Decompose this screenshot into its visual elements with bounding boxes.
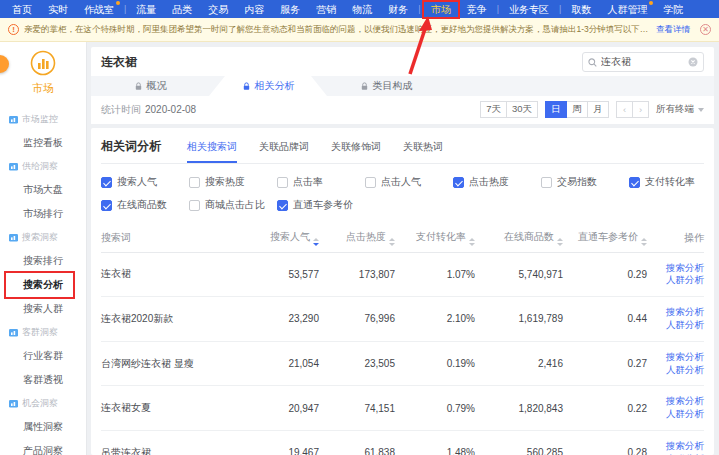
filter-click-rate[interactable]: 点击率 bbox=[277, 175, 365, 189]
column-header-click-heat[interactable]: 点击热度 bbox=[319, 223, 395, 252]
sidebar-item-market-ranking[interactable]: 市场排行 bbox=[0, 202, 86, 226]
top-nav: 首页 实时 作战室 | 流量 品类 交易 内容 服务 营销 物流 财务 | 市场… bbox=[0, 0, 719, 18]
subtab-modifier-words[interactable]: 关联修饰词 bbox=[331, 140, 381, 163]
filter-pay-conversion[interactable]: 支付转化率 bbox=[629, 175, 714, 189]
filter-click-popularity[interactable]: 点击人气 bbox=[365, 175, 453, 189]
next-date-button[interactable]: › bbox=[632, 101, 649, 118]
sidebar-item-industry-crowd[interactable]: 行业客群 bbox=[0, 344, 86, 368]
search-pop-cell: 19,467 bbox=[241, 431, 319, 455]
info-icon: ! bbox=[8, 24, 19, 35]
sidebar-item-search-crowd[interactable]: 搜索人群 bbox=[0, 297, 86, 321]
subtab-brand-words[interactable]: 关联品牌词 bbox=[259, 140, 309, 163]
nav-item-data-fetch[interactable]: 取数 bbox=[563, 1, 599, 18]
filter-online-items[interactable]: 在线商品数 bbox=[101, 198, 189, 212]
search-box[interactable] bbox=[582, 52, 704, 72]
table-row: 连衣裙 53,577 173,807 1.07% 5,740,971 0.29 … bbox=[101, 252, 704, 297]
crowd-analysis-link[interactable]: 人群分析 bbox=[647, 408, 704, 421]
search-analysis-link[interactable]: 搜索分析 bbox=[647, 351, 704, 364]
range-30d-button[interactable]: 30天 bbox=[506, 101, 538, 118]
terminal-select[interactable]: 所有终端 bbox=[656, 103, 704, 116]
column-header-online-items[interactable]: 在线商品数 bbox=[475, 223, 563, 252]
keyword-cell: 连衣裙女夏 bbox=[101, 386, 241, 431]
close-icon[interactable]: ✕ bbox=[700, 24, 711, 35]
filter-mall-click-share[interactable]: 商城点击占比 bbox=[189, 198, 277, 212]
search-input[interactable] bbox=[601, 57, 684, 68]
nav-item-category[interactable]: 品类 bbox=[164, 1, 200, 18]
sidebar-item-search-ranking[interactable]: 搜索排行 bbox=[0, 249, 86, 273]
filter-click-heat[interactable]: 点击热度 bbox=[453, 175, 541, 189]
tab-related-analysis[interactable]: 相关分析 bbox=[209, 76, 327, 96]
sort-icon bbox=[313, 238, 319, 246]
nav-item-academy[interactable]: 学院 bbox=[655, 1, 691, 18]
search-analysis-link[interactable]: 搜索分析 bbox=[647, 440, 704, 453]
nav-item-competition[interactable]: 竞争 bbox=[459, 1, 495, 18]
granularity-month-button[interactable]: 月 bbox=[587, 101, 609, 118]
nav-item-realtime[interactable]: 实时 bbox=[40, 1, 76, 18]
filter-search-heat[interactable]: 搜索热度 bbox=[189, 175, 277, 189]
search-analysis-link[interactable]: 搜索分析 bbox=[647, 395, 704, 408]
folder-icon bbox=[9, 162, 18, 171]
nav-item-business-zone[interactable]: 业务专区 bbox=[501, 1, 557, 18]
search-analysis-link[interactable]: 搜索分析 bbox=[647, 306, 704, 319]
nav-item-crowd-mgmt[interactable]: 人群管理 bbox=[599, 1, 655, 18]
search-pop-cell: 20,947 bbox=[241, 386, 319, 431]
nav-item-trade[interactable]: 交易 bbox=[200, 1, 236, 18]
nav-item-market[interactable]: 市场 bbox=[423, 1, 459, 18]
keyword-cell: 连衣裙2020新款 bbox=[101, 297, 241, 342]
analysis-card: 相关词分析 相关搜索词 关联品牌词 关联修饰词 关联热词 搜索人气 搜索热度 点… bbox=[91, 128, 714, 455]
clear-icon[interactable] bbox=[688, 57, 698, 67]
notice-detail-link[interactable]: 查看详情 bbox=[656, 24, 690, 36]
filter-trade-index[interactable]: 交易指数 bbox=[541, 175, 629, 189]
sidebar-section-opportunity-insight: 机会洞察 bbox=[0, 392, 86, 415]
nav-item-marketing[interactable]: 营销 bbox=[308, 1, 344, 18]
sidebar-item-monitor-board[interactable]: 监控看板 bbox=[0, 131, 86, 155]
click-heat-cell: 173,807 bbox=[319, 252, 395, 297]
prev-date-button[interactable]: ‹ bbox=[616, 101, 633, 118]
nav-item-warroom[interactable]: 作战室 bbox=[76, 1, 122, 18]
nav-item-traffic[interactable]: 流量 bbox=[128, 1, 164, 18]
filter-row: 搜索人气 搜索热度 点击率 点击人气 点击热度 交易指数 支付转化率 bbox=[101, 175, 704, 189]
sidebar-item-product-insight[interactable]: 产品洞察 bbox=[0, 439, 86, 455]
sidebar-menu: 市场监控 监控看板 供给洞察 市场大盘 市场排行 搜索洞察 搜索排行 搜索分析 … bbox=[0, 108, 86, 455]
title-row: 连衣裙 bbox=[91, 47, 714, 76]
column-header-conversion[interactable]: 支付转化率 bbox=[395, 223, 475, 252]
granularity-week-button[interactable]: 周 bbox=[566, 101, 588, 118]
conversion-cell: 2.10% bbox=[395, 297, 475, 342]
crowd-analysis-link[interactable]: 人群分析 bbox=[647, 319, 704, 332]
ppc-price-cell: 0.27 bbox=[563, 341, 647, 386]
analysis-title: 相关词分析 bbox=[101, 138, 161, 163]
stat-time: 统计时间2020-02-08 bbox=[101, 103, 196, 117]
crowd-analysis-link[interactable]: 人群分析 bbox=[647, 364, 704, 377]
range-7d-button[interactable]: 7天 bbox=[480, 101, 507, 118]
sidebar-section-supply-insight: 供给洞察 bbox=[0, 155, 86, 178]
nav-item-service[interactable]: 服务 bbox=[272, 1, 308, 18]
subtab-bar: 相关搜索词 关联品牌词 关联修饰词 关联热词 bbox=[187, 140, 443, 163]
tab-overview[interactable]: 概况 bbox=[91, 76, 209, 96]
column-header-search-pop[interactable]: 搜索人气 bbox=[241, 223, 319, 252]
nav-item-finance[interactable]: 财务 bbox=[380, 1, 416, 18]
column-header-ppc-price[interactable]: 直通车参考价 bbox=[563, 223, 647, 252]
granularity-day-button[interactable]: 日 bbox=[545, 101, 567, 118]
actions-cell: 搜索分析人群分析 bbox=[647, 386, 704, 431]
sidebar-item-search-analysis[interactable]: 搜索分析 bbox=[0, 273, 86, 297]
click-heat-cell: 61,838 bbox=[319, 431, 395, 455]
date-controls: 7天 30天 日 周 月 ‹ › 所有终端 bbox=[480, 101, 704, 118]
subtab-related-search-words[interactable]: 相关搜索词 bbox=[187, 140, 237, 163]
ppc-price-cell: 0.44 bbox=[563, 297, 647, 342]
filter-search-popularity[interactable]: 搜索人气 bbox=[101, 175, 189, 189]
sidebar-item-attribute-insight[interactable]: 属性洞察 bbox=[0, 415, 86, 439]
sidebar-section-crowd-insight: 客群洞察 bbox=[0, 321, 86, 344]
nav-item-content[interactable]: 内容 bbox=[236, 1, 272, 18]
checkbox-icon bbox=[277, 177, 288, 188]
filter-ppc-reference-price[interactable]: 直通车参考价 bbox=[277, 198, 365, 212]
folder-icon bbox=[9, 233, 18, 242]
nav-item-home[interactable]: 首页 bbox=[4, 1, 40, 18]
sort-icon bbox=[469, 238, 475, 246]
search-analysis-link[interactable]: 搜索分析 bbox=[647, 262, 704, 275]
sidebar-item-crowd-perspective[interactable]: 客群透视 bbox=[0, 368, 86, 392]
subtab-hot-words[interactable]: 关联热词 bbox=[403, 140, 443, 163]
nav-item-logistics[interactable]: 物流 bbox=[344, 1, 380, 18]
crowd-analysis-link[interactable]: 人群分析 bbox=[647, 274, 704, 287]
tab-category-composition[interactable]: 类目构成 bbox=[327, 76, 445, 96]
sidebar-item-market-overview[interactable]: 市场大盘 bbox=[0, 178, 86, 202]
